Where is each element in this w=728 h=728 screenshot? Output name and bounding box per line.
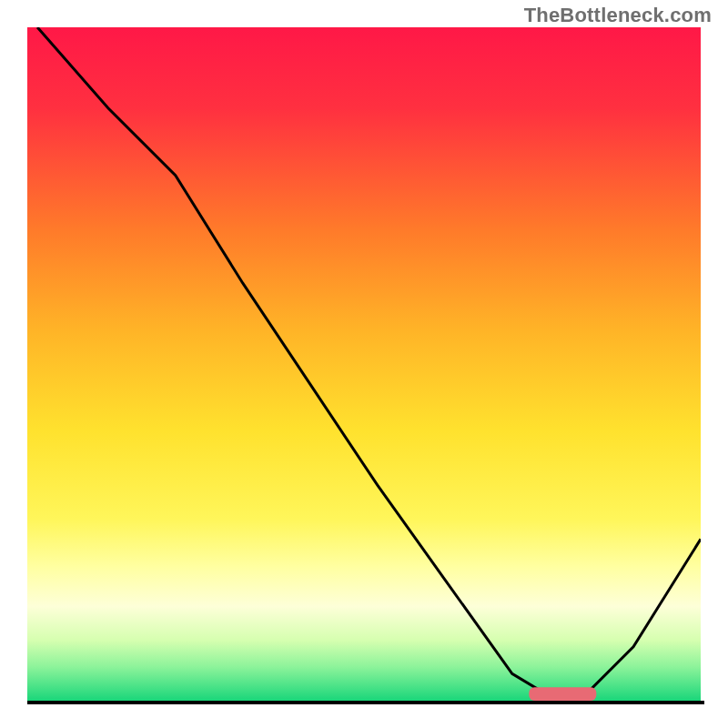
watermark-text: TheBottleneck.com <box>524 4 712 27</box>
x-axis-line <box>27 701 704 704</box>
plot-area <box>27 27 701 701</box>
chart-svg <box>27 27 701 701</box>
chart-container: TheBottleneck.com <box>0 0 728 728</box>
optimal-marker <box>529 687 596 701</box>
